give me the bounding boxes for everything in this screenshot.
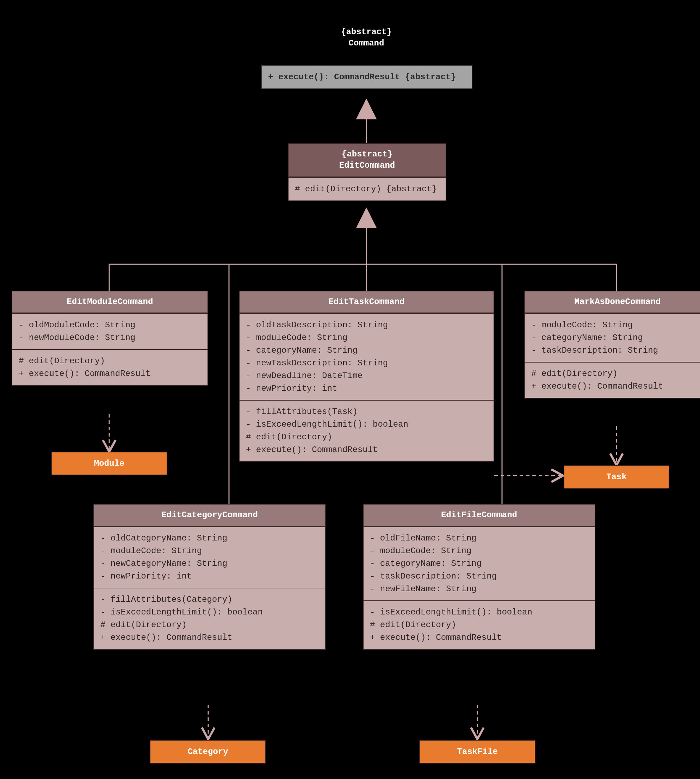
edit-file-title: EditFileCommand — [363, 505, 595, 526]
edit-module-attrs: - oldModuleCode: String - newModuleCode:… — [12, 313, 207, 349]
attr-row: - taskDescription: String — [531, 344, 700, 357]
method-row: - fillAttributes(Category) — [100, 593, 319, 606]
attr-row: - oldFileName: String — [370, 532, 588, 545]
method-row: + execute(): CommandResult — [246, 444, 487, 456]
edit-command-name: EditCommand — [292, 160, 442, 171]
edit-module-title: EditModuleCommand — [12, 291, 207, 313]
edit-category-attrs: - oldCategoryName: String - moduleCode: … — [94, 526, 325, 588]
method-row: + execute(): CommandResult — [100, 631, 319, 644]
method-row: # edit(Directory) — [100, 619, 319, 631]
edit-command-method: # edit(Directory) {abstract} — [295, 183, 439, 195]
class-edit-command: {abstract} EditCommand # edit(Directory)… — [288, 143, 447, 201]
attr-row: - moduleCode: String — [370, 545, 588, 557]
class-command-header: {abstract} Command — [296, 23, 437, 53]
attr-row: - moduleCode: String — [100, 545, 319, 557]
attr-row: - oldModuleCode: String — [19, 319, 201, 332]
mark-done-attrs: - moduleCode: String - categoryName: Str… — [525, 313, 700, 362]
class-mark-as-done-command: MarkAsDoneCommand - moduleCode: String -… — [524, 291, 700, 399]
attr-row: - categoryName: String — [531, 332, 700, 344]
attr-row: - moduleCode: String — [246, 332, 487, 344]
mark-done-methods: # edit(Directory) + execute(): CommandRe… — [525, 362, 700, 398]
target-module: Module — [51, 452, 167, 475]
attr-row: - newModuleCode: String — [19, 332, 201, 344]
attr-row: - newCategoryName: String — [100, 557, 319, 570]
class-edit-category-command: EditCategoryCommand - oldCategoryName: S… — [93, 504, 326, 650]
method-row: - isExceedLengthLimit(): boolean — [246, 418, 487, 431]
uml-canvas: {abstract} Command + execute(): CommandR… — [10, 10, 690, 769]
attr-row: - newPriority: int — [246, 382, 487, 395]
method-row: - isExceedLengthLimit(): boolean — [370, 606, 588, 619]
attr-row: - categoryName: String — [370, 557, 588, 570]
attr-row: - taskDescription: String — [370, 570, 588, 583]
attr-row: - oldTaskDescription: String — [246, 319, 487, 332]
class-edit-task-command: EditTaskCommand - oldTaskDescription: St… — [239, 291, 494, 462]
method-row: - fillAttributes(Task) — [246, 405, 487, 418]
attr-row: - categoryName: String — [246, 344, 487, 357]
command-stereotype: {abstract} — [300, 27, 433, 38]
method-row: - isExceedLengthLimit(): boolean — [100, 606, 319, 619]
edit-task-attrs: - oldTaskDescription: String - moduleCod… — [240, 313, 493, 400]
method-row: + execute(): CommandResult — [370, 631, 588, 644]
method-row: # edit(Directory) — [19, 355, 201, 367]
edit-category-methods: - fillAttributes(Category) - isExceedLen… — [94, 588, 325, 649]
target-taskfile: TaskFile — [419, 740, 535, 764]
method-row: + execute(): CommandResult — [19, 367, 201, 380]
target-task: Task — [564, 465, 669, 489]
edit-command-stereotype: {abstract} — [292, 148, 442, 160]
method-row: # edit(Directory) — [531, 367, 700, 380]
attr-row: - newPriority: int — [100, 570, 319, 583]
attr-row: - newDeadline: DateTime — [246, 370, 487, 382]
class-command-title: {abstract} Command — [296, 23, 437, 53]
method-row: # edit(Directory) — [370, 619, 588, 631]
edit-module-methods: # edit(Directory) + execute(): CommandRe… — [12, 349, 207, 385]
class-edit-file-command: EditFileCommand - oldFileName: String - … — [363, 504, 595, 650]
method-row: # edit(Directory) — [246, 431, 487, 444]
method-row: + execute(): CommandResult — [531, 380, 700, 393]
attr-row: - oldCategoryName: String — [100, 532, 319, 545]
command-name: Command — [300, 38, 433, 49]
target-category: Category — [150, 740, 266, 764]
attr-row: - newTaskDescription: String — [246, 357, 487, 370]
attr-row: - moduleCode: String — [531, 319, 700, 332]
edit-category-title: EditCategoryCommand — [94, 505, 325, 526]
edit-file-attrs: - oldFileName: String - moduleCode: Stri… — [363, 526, 595, 601]
class-edit-module-command: EditModuleCommand - oldModuleCode: Strin… — [12, 291, 208, 386]
attr-row: - newFileName: String — [370, 583, 588, 596]
edit-command-title: {abstract} EditCommand — [288, 144, 446, 177]
mark-done-title: MarkAsDoneCommand — [525, 291, 700, 313]
edit-file-methods: - isExceedLengthLimit(): boolean # edit(… — [363, 601, 595, 649]
edit-task-methods: - fillAttributes(Task) - isExceedLengthL… — [240, 400, 493, 461]
edit-task-title: EditTaskCommand — [240, 291, 493, 313]
command-method: + execute(): CommandResult {abstract} — [268, 71, 465, 83]
class-command-body: + execute(): CommandResult {abstract} — [261, 65, 472, 89]
